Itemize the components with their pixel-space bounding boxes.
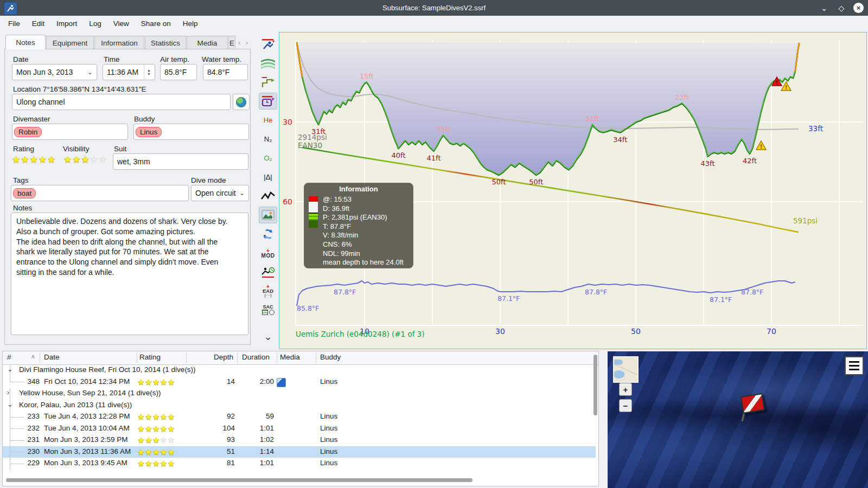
toggle-o2-button[interactable]: O₂ [259,150,277,166]
dive-duration: 1:14 [241,447,274,455]
svg-text:2914psi: 2914psi [298,133,327,142]
photos-button[interactable] [259,207,277,223]
water-temp-input[interactable]: 84.8°F [203,64,248,80]
minimize-button[interactable]: ⌄ [819,3,829,14]
column-header-media[interactable]: Media [280,353,300,361]
dive-row[interactable]: 232Tue Jun 4, 2013 10:04 AM★★★★★1041:01L… [3,423,596,435]
menu-help[interactable]: Help [177,16,204,31]
dive-row[interactable]: 229Mon Jun 3, 2013 9:45 AM★★★★★811:01Lin… [3,458,596,470]
trip-row[interactable]: ›Yellow House, Sun Sep 21, 2014 (1 dive(… [3,388,596,400]
buddy-input[interactable]: Linus [133,124,249,140]
map-zoom-out-button[interactable]: − [619,399,632,412]
maximize-button[interactable]: ◇ [836,3,847,14]
dive-buddy: Linus [320,424,337,432]
horizontal-scrollbar[interactable] [6,478,473,482]
svg-text:43ft: 43ft [701,159,715,168]
air-temp-label: Air temp. [160,55,189,63]
tab-media[interactable]: Media [187,36,228,49]
buddy-tag[interactable]: Linus [136,127,162,137]
menu-view[interactable]: View [107,16,135,31]
tags-input[interactable]: boat [11,185,189,201]
tab-notes[interactable]: Notes [5,35,46,49]
chevron-expanded-icon[interactable]: ⌄ [7,365,13,373]
tab-scroll-left[interactable]: ‹ [235,36,243,49]
calculated-ceiling-button[interactable] [259,74,277,91]
visibility-stars[interactable]: ★★★★★ [63,154,107,165]
gradient-factor-button[interactable]: |Δ| [259,169,277,185]
toggle-n2-button[interactable]: N₂ [259,131,277,147]
map-overview-thumbnail[interactable] [613,356,639,383]
svg-text:50ft: 50ft [529,178,543,186]
menu-import[interactable]: Import [50,16,83,31]
location-input[interactable]: Ulong channel [12,94,231,110]
air-temp-input[interactable]: 85.8°F [160,64,197,80]
menu-file[interactable]: File [2,16,26,31]
tank-bar-button[interactable] [259,93,277,110]
menu-log[interactable]: Log [83,16,107,31]
ceiling-waves-button[interactable] [259,55,277,72]
map-zoom-in-button[interactable]: + [619,383,632,396]
dc-profile-button[interactable] [259,36,277,53]
toolbar-collapse-button[interactable]: ⌄ [259,328,277,345]
tab-information[interactable]: Information [94,36,144,49]
close-button[interactable]: × [853,3,864,13]
dive-depth: 81 [202,459,235,467]
dive-rating: ★★★★★ [137,412,175,422]
tab-e[interactable]: E [228,36,235,49]
dive-duration: 1:02 [241,435,274,444]
location-globe-button[interactable] [233,94,250,110]
dive-row[interactable]: 348Fri Oct 10, 2014 12:34 PM★★★★★142:00L… [3,376,596,388]
star-filled-icon: ★ [160,377,168,387]
tab-statistics[interactable]: Statistics [145,36,186,49]
map-menu-button[interactable] [845,356,864,375]
tissues-button[interactable] [259,226,277,242]
time-spinner-icon[interactable]: ▲▼ [144,65,151,80]
column-header-date[interactable]: Date [44,353,60,361]
vertical-scrollbar[interactable] [593,355,597,415]
column-header-buddy[interactable]: Buddy [320,353,341,361]
ead-button[interactable]: +EAD(···) [259,282,277,299]
rating-stars[interactable]: ★★★★★ [12,154,56,165]
dive-number: 232 [24,424,40,432]
sort-ascending-icon[interactable]: ∧ [31,353,35,360]
star-filled-icon: ★ [137,459,145,468]
dive-row[interactable]: 230Mon Jun 3, 2013 11:36 AM★★★★★511:14Li… [3,446,596,458]
media-icon[interactable] [277,378,286,387]
star-filled-icon: ★ [81,154,90,165]
notes-label: Notes [13,204,32,212]
toggle-he-button[interactable]: He [259,112,277,129]
column-header-number[interactable]: # [7,353,11,361]
notes-textarea[interactable]: Unbelievable dive. Dozens and dozens of … [11,213,248,335]
deco-time-button[interactable] [259,264,277,280]
dive-flag-marker[interactable] [741,393,765,414]
column-header-duration[interactable]: Duration [242,353,270,361]
column-header-rating[interactable]: Rating [139,353,161,361]
dive-row[interactable]: 231Mon Jun 3, 2013 2:59 PM★★★★★931:02Lin… [3,434,596,446]
time-input[interactable]: 11:36 AM ▲▼ [103,64,155,80]
trip-title: Yellow House, Sun Sep 21, 2014 (1 dive(s… [19,389,161,397]
menu-share-on[interactable]: Share on [135,16,177,31]
heart-rate-button[interactable] [259,188,277,204]
suit-input[interactable]: wet, 3mm [113,153,248,170]
divemaster-tag[interactable]: Robin [14,127,42,137]
chevron-collapsed-icon[interactable]: › [7,388,9,396]
dive-site-map[interactable]: + − [608,351,868,488]
chevron-expanded-icon[interactable]: ⌄ [7,400,13,408]
column-header-depth[interactable]: Depth [214,353,233,361]
date-input[interactable]: Mon Jun 3, 2013 ⌄ [12,64,97,80]
sac-button[interactable]: SAC [259,301,277,318]
dive-profile[interactable]: 15ft35ft31ft23ft31ft40ft41ft50ft50ft34ft… [279,32,867,349]
dive-row[interactable]: 233Tue Jun 4, 2013 12:28 PM★★★★★9259Linu… [3,411,596,423]
star-filled-icon: ★ [160,447,168,457]
trip-row[interactable]: ⌄Divi Flamingo House Reef, Fri Oct 10, 2… [3,364,596,376]
trip-row[interactable]: ⌄Koror, Palau, Jun 2013 (11 dive(s)) [3,400,596,412]
svg-text:87.8°F: 87.8°F [741,288,763,296]
tag-pill[interactable]: boat [13,188,36,198]
divemaster-input[interactable]: Robin [12,124,128,140]
tab-scroll-right[interactable]: › [243,36,251,49]
menu-edit[interactable]: Edit [26,16,50,31]
mod-button[interactable]: +MOD [259,245,277,261]
tab-equipment[interactable]: Equipment [46,36,94,49]
dive-mode-select[interactable]: Open circuit ⌄ [191,185,249,201]
info-box-line: P: 2,381psi (EAN30) [323,213,404,222]
